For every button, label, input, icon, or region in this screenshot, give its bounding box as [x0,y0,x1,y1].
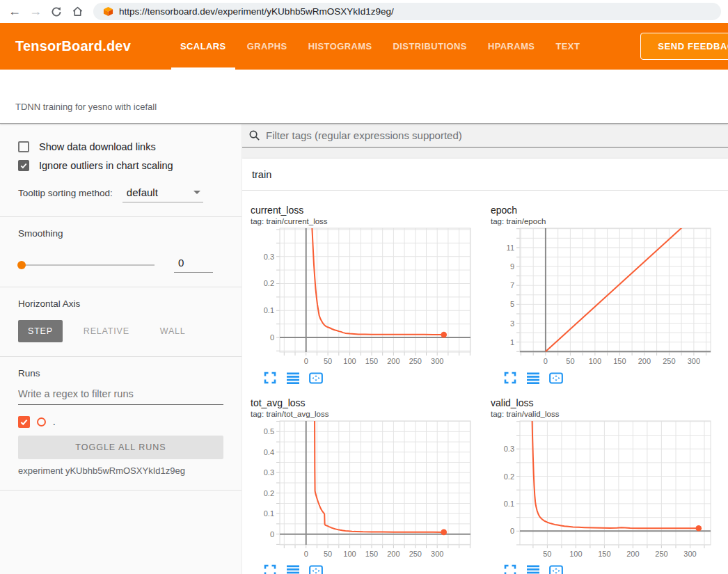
smoothing-section: Smoothing [0,217,242,287]
fullscreen-icon[interactable] [263,564,277,574]
run-checkbox[interactable] [18,416,30,428]
smoothing-slider[interactable] [18,264,155,266]
run-color-circle[interactable] [37,417,46,426]
browser-toolbar: ← → https://tensorboard.dev/experiment/y… [0,0,728,23]
horizontal-bars-icon[interactable] [286,371,300,385]
svg-text:1: 1 [510,338,514,346]
dashboard-main: train current_loss tag: train/current_lo… [242,124,728,574]
tag-group-card: train current_loss tag: train/current_lo… [242,159,728,574]
svg-text:0.1: 0.1 [264,306,274,314]
line-chart[interactable]: 05010015020025030000.10.20.3 [251,227,487,367]
svg-text:250: 250 [663,357,675,365]
check-icon [19,161,28,170]
fullscreen-icon[interactable] [503,564,517,574]
show-download-links-checkbox[interactable] [18,141,29,152]
svg-text:11: 11 [507,244,514,252]
svg-text:50: 50 [543,550,551,558]
svg-text:0.3: 0.3 [264,253,274,261]
chart-title: epoch [491,205,728,216]
experiment-title-bar: TDNN training for yesno with icefall [0,70,728,124]
tag-filter-input[interactable] [266,129,728,141]
slider-thumb[interactable] [17,261,26,269]
svg-text:9: 9 [510,262,514,271]
fit-domain-icon[interactable] [549,371,563,385]
svg-text:0: 0 [544,357,548,365]
app-brand: TensorBoard.dev [15,38,131,54]
svg-text:0.3: 0.3 [504,445,514,453]
svg-text:250: 250 [409,357,422,365]
chart-tag: tag: train/valid_loss [491,410,728,418]
svg-text:200: 200 [638,357,651,365]
svg-text:150: 150 [598,550,610,558]
axis-relative-button[interactable]: RELATIVE [74,320,139,342]
ignore-outliers-checkbox[interactable] [18,160,29,171]
tab-distributions[interactable]: DISTRIBUTIONS [383,23,477,70]
svg-text:200: 200 [626,550,639,558]
runs-filter-input[interactable] [18,388,223,405]
tab-text[interactable]: TEXT [545,23,590,70]
chart-card: valid_loss tag: train/valid_loss 5010015… [491,397,728,574]
axis-wall-button[interactable]: WALL [150,320,196,342]
tab-graphs[interactable]: GRAPHS [237,23,298,70]
fullscreen-icon[interactable] [263,371,277,385]
chart-card: epoch tag: train/epoch 05010015020025030… [491,205,728,385]
settings-sidebar: Show data download links Ignore outliers… [0,124,242,574]
checkbox-label: Show data download links [39,141,156,152]
tag-filter-row [242,124,728,148]
horizontal-bars-icon[interactable] [526,564,540,574]
chart-title: current_loss [251,205,491,216]
svg-text:0.2: 0.2 [264,489,274,497]
fullscreen-icon[interactable] [503,371,517,385]
tooltip-sorting-label: Tooltip sorting method: [18,188,113,198]
smoothing-value-input[interactable] [174,257,213,273]
tooltip-sorting-select[interactable]: default [122,186,203,202]
tensorboard-favicon [103,6,113,17]
axis-step-button[interactable]: STEP [18,320,63,342]
tab-histograms[interactable]: HISTOGRAMS [298,23,383,70]
fit-domain-icon[interactable] [309,371,323,385]
horizontal-axis-label: Horizontal Axis [18,298,223,309]
svg-text:250: 250 [409,550,422,558]
chart-title: tot_avg_loss [251,397,491,408]
chart-card: tot_avg_loss tag: train/tot_avg_loss 050… [251,397,491,574]
reload-icon[interactable] [47,3,65,21]
svg-text:0.1: 0.1 [264,509,274,518]
svg-text:0: 0 [510,527,514,535]
show-download-links-row[interactable]: Show data download links [18,141,223,152]
svg-text:300: 300 [431,550,443,558]
url-bar[interactable]: https://tensorboard.dev/experiment/yKUbh… [93,3,721,20]
svg-text:100: 100 [343,550,356,558]
svg-text:0.3: 0.3 [264,468,274,477]
line-chart[interactable]: 0501001502002503001357911 [491,227,727,367]
tooltip-sorting-value: default [127,186,158,198]
svg-text:0.2: 0.2 [504,472,514,481]
fit-domain-icon[interactable] [549,564,563,574]
runs-section: Runs . TOGGLE ALL RUNS experiment yKUbhb… [0,357,242,491]
svg-text:50: 50 [566,357,574,365]
svg-text:150: 150 [365,357,378,365]
tag-group-header[interactable]: train [242,159,728,191]
runs-label: Runs [18,368,223,378]
horizontal-bars-icon[interactable] [526,371,540,385]
home-icon[interactable] [68,3,86,21]
chevron-down-icon [193,191,200,194]
toggle-all-runs-button[interactable]: TOGGLE ALL RUNS [18,436,223,459]
back-icon[interactable]: ← [6,3,24,21]
svg-text:300: 300 [683,550,696,558]
ignore-outliers-row[interactable]: Ignore outliers in chart scaling [18,160,223,171]
send-feedback-button[interactable]: SEND FEEDBACK [640,33,728,60]
general-settings-section: Show data download links Ignore outliers… [0,124,242,217]
tab-hparams[interactable]: HPARAMS [477,23,546,70]
app-header: TensorBoard.dev SCALARS GRAPHS HISTOGRAM… [0,23,728,70]
chart-tag: tag: train/tot_avg_loss [251,410,491,418]
horizontal-bars-icon[interactable] [286,564,300,574]
line-chart[interactable]: 05010015020025030000.10.20.30.40.5 [251,420,487,560]
svg-text:50: 50 [324,550,332,558]
fit-domain-icon[interactable] [309,564,323,574]
line-chart[interactable]: 5010015020025030000.10.20.3 [491,420,727,560]
tab-scalars[interactable]: SCALARS [170,23,237,70]
experiment-title: TDNN training for yesno with icefall [15,102,728,112]
nav-tabs: SCALARS GRAPHS HISTOGRAMS DISTRIBUTIONS … [170,23,590,70]
check-icon [19,417,29,426]
forward-icon[interactable]: → [26,3,45,21]
